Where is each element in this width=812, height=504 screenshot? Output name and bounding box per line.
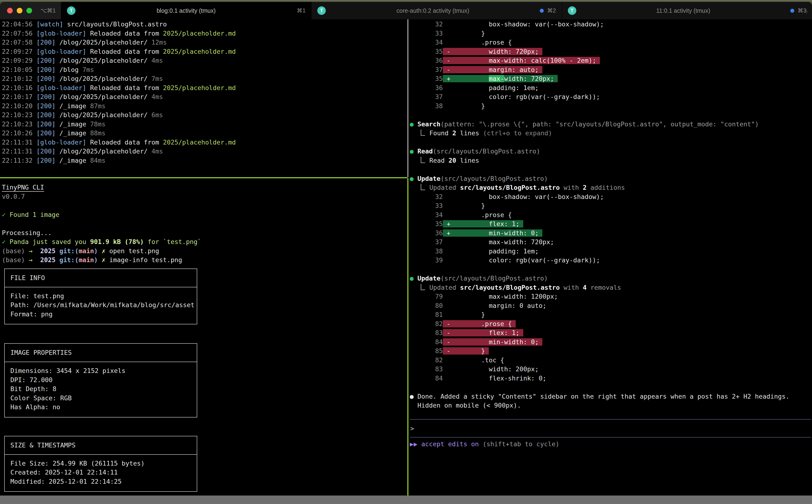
terminal-line: 22:09:27 [glob-loader] Reloaded data fro… [2,47,407,56]
size-timestamps-box: SIZE & TIMESTAMPS File Size: 254.99 KB (… [4,436,197,492]
terminal-line: Path: /Users/mifkata/Work/mifkata/blog/s… [10,301,197,310]
terminal-line: 80 margin: 0 auto; [410,301,812,310]
terminal-line: ✓ Panda just saved you 901.9 kB (78%) fo… [2,237,407,247]
terminal-content: 22:04:56 [watch] src/layouts/BlogPost.as… [0,19,812,496]
terminal-line: 35 + max-width: 720px; [410,74,812,83]
terminal-line: 81 } [410,310,812,319]
agent-transcript: 32 box-shadow: var(--box-shadow);33 }34 … [410,20,812,419]
cycle-hint: (shift+tab to cycle) [479,440,559,448]
terminal-line: 36 padding: 1em; [410,83,812,93]
tab-bar: ⌥⌘1 T blog:0.1 activity (tmux) ⌘1 T core… [0,2,812,19]
terminal-line: 79 max-width: 1200px; [410,292,812,301]
terminal-line: 32 box-shadow: var(--box-shadow); [410,20,812,29]
terminal-line: Read 20 lines [410,156,812,165]
zsh-pane[interactable]: TinyPNG CLIv0.0.7 ✓ Found 1 image Proces… [0,181,407,496]
terminal-line: 22:10:05 [200] /blog 7ms [2,65,407,74]
accept-edits-status[interactable]: ▶▶ accept edits on (shift+tab to cycle) [410,440,812,449]
terminal-line: 37 color: rgb(var(--gray-dark)); [410,92,812,102]
tab-title: blog:0.1 activity (tmux) [75,7,297,14]
pane-split-horizontal[interactable] [0,177,407,178]
activity-dot-icon [790,9,794,13]
terminal-line: ● Update(src/layouts/BlogPost.astro) [410,274,812,283]
terminal-line: Found 2 lines (ctrl+o to expand) [410,129,812,138]
terminal-line: Color Space: RGB [10,394,197,403]
minimize-button[interactable] [17,8,22,13]
dev-server-log-pane[interactable]: 22:04:56 [watch] src/layouts/BlogPost.as… [0,19,407,177]
file-info-box: FILE INFO File: test.pngPath: /Users/mif… [4,269,197,325]
terminal-window: ⌥⌘1 T blog:0.1 activity (tmux) ⌘1 T core… [0,2,812,504]
terminal-line: Format: png [10,310,197,319]
activity-dot-icon [540,9,544,13]
tinypng-output: TinyPNG CLIv0.0.7 ✓ Found 1 image Proces… [2,183,407,265]
terminal-line: 39 color: rgb(var(--gray-dark)); [410,256,812,265]
terminal-line: (base) → 2025 git:(main) ✗ open test.png [2,247,407,256]
terminal-line: 84 flex-shrink: 0; [410,374,812,383]
tab-blog[interactable]: T blog:0.1 activity (tmux) ⌘1 [61,2,311,19]
close-button[interactable] [7,8,13,13]
terminal-line: 83 width: 200px; [410,365,812,374]
terminal-line: Updated src/layouts/BlogPost.astro with … [410,283,812,292]
terminal-line [2,201,407,210]
terminal-line: 22:09:29 [200] /blog/2025/placeholder/ 4… [2,56,407,65]
terminal-line: 38 padding: 1em; [410,247,812,256]
tmux-icon: T [317,6,326,15]
terminal-line: 34 .prose { [410,211,812,220]
terminal-line: 36 + min-width: 0; [410,229,812,238]
terminal-line: 33 } [410,29,812,38]
claude-code-pane[interactable]: 32 box-shadow: var(--box-shadow);33 }34 … [408,19,812,496]
tab-core-auth[interactable]: T core-auth:0.2 activity (tmux) ⌘2 [311,2,561,19]
terminal-line: ● Update(src/layouts/BlogPost.astro) [410,174,812,183]
terminal-line [410,111,812,120]
window-shortcut-label: ⌥⌘1 [40,7,56,14]
tab-11[interactable]: T 11:0.1 activity (tmux) ⌘3 + [562,2,812,19]
terminal-line: 35 + flex: 1; [410,219,812,229]
terminal-line [410,410,812,419]
terminal-line: 22:10:16 [glob-loader] Reloaded data fro… [2,83,407,93]
terminal-line [410,138,812,147]
terminal-line [2,219,407,228]
terminal-line: 36 - max-width: calc(100% - 2em); [410,56,812,65]
zoom-button[interactable] [26,8,32,13]
terminal-line: 22:11:31 [glob-loader] Reloaded data fro… [2,138,407,147]
tab-title: 11:0.1 activity (tmux) [576,7,790,14]
tab-shortcut: ⌘1 [297,7,306,14]
box-title: FILE INFO [5,269,197,287]
terminal-line: v0.0.7 [2,192,407,201]
terminal-line [410,265,812,274]
terminal-line: ● Read(src/layouts/BlogPost.astro) [410,147,812,156]
terminal-line: 82 - .prose { [410,319,812,329]
terminal-line: DPI: 72.000 [10,376,197,385]
box-body: Dimensions: 3454 x 2152 pixelsDPI: 72.00… [5,362,197,417]
terminal-line: 22:10:23 [200] /_image 78ms [2,120,407,129]
terminal-line: Hidden on mobile (< 900px). [410,401,812,410]
terminal-line: 22:11:32 [200] /_image 84ms [2,156,407,165]
terminal-line: Created: 2025-12-01 22:14:11 [10,468,197,477]
terminal-line: File: test.png [10,292,197,301]
terminal-line: 37 - margin: auto; [410,65,812,74]
box-title: IMAGE PROPERTIES [5,344,197,362]
terminal-line: Processing... [2,228,407,238]
terminal-line: 22:04:56 [watch] src/layouts/BlogPost.as… [2,20,407,29]
terminal-line: 22:10:20 [200] /_image 87ms [2,102,407,111]
window-controls: ⌥⌘1 [0,2,61,19]
double-arrow-icon: ▶▶ [410,440,421,448]
terminal-line [410,165,812,174]
agent-input-box[interactable]: > [410,419,811,438]
terminal-line: Dimensions: 3454 x 2152 pixels [10,366,197,376]
input-prompt-char: > [410,425,414,432]
new-tab-icon[interactable]: + [804,7,809,16]
terminal-line: ● Search(pattern: "\.prose \{", path: "s… [410,120,812,129]
terminal-line: TinyPNG CLI [2,183,407,192]
terminal-line: 37 max-width: 720px; [410,238,812,247]
terminal-line: 34 .prose { [410,38,812,47]
terminal-line: 22:10:23 [200] /blog/2025/placeholder/ 6… [2,111,407,120]
tmux-icon: T [568,6,576,15]
terminal-line: 38 } [410,102,812,111]
terminal-line: Updated src/layouts/BlogPost.astro with … [410,183,812,192]
box-body: File: test.pngPath: /Users/mifkata/Work/… [5,287,197,324]
terminal-line: Modified: 2025-12-01 22:14:25 [10,477,197,486]
tmux-icon: T [67,6,75,15]
terminal-line: 22:10:26 [200] /_image 88ms [2,129,407,138]
terminal-line: 82 .toc { [410,356,812,365]
terminal-line: 32 box-shadow: var(--box-shadow); [410,192,812,202]
